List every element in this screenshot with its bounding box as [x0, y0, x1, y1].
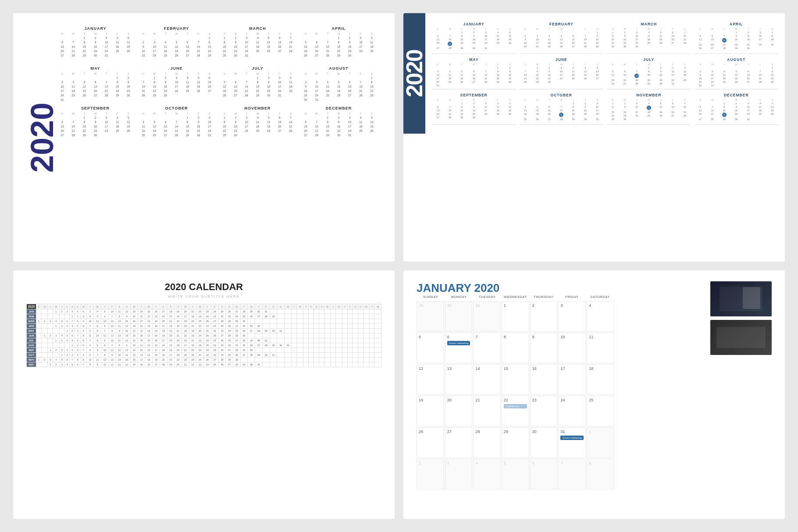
day-cell: 21 [754, 77, 766, 80]
day-header: T [322, 72, 333, 75]
day-cell: 23 [123, 89, 134, 93]
day-cell: 28 [285, 129, 296, 133]
day-cell: 17 [171, 85, 182, 89]
day-header: F [193, 32, 204, 35]
day-cell: 29 [270, 343, 277, 348]
day-cell: 24 [218, 353, 226, 358]
day-cell [363, 348, 369, 353]
slide4-photos [710, 281, 772, 355]
day-cell: 23 [742, 43, 754, 46]
day-header: F [274, 112, 285, 115]
day-cell: 29 [643, 82, 655, 85]
calendar-cell: 27 [445, 427, 473, 458]
day-cell: 25 [567, 77, 579, 80]
day-cell: 23 [204, 309, 211, 314]
day-label: WEDNESDAY [501, 295, 529, 299]
day-cell: 14 [160, 343, 167, 348]
day-cell: 28 [631, 82, 643, 85]
day-cell: 15 [153, 353, 160, 358]
day-cell [342, 333, 347, 338]
day-cell [36, 348, 42, 353]
day-cell: 6 [75, 362, 80, 367]
day-cell: 13 [145, 329, 153, 333]
day-cell [342, 309, 347, 314]
day-cell: 17 [667, 73, 679, 78]
day-cell: 13 [230, 85, 241, 89]
day-cell: 28 [444, 116, 456, 119]
day-cell: 6 [90, 80, 100, 84]
day-cell: 28 [240, 309, 248, 314]
day-cell [367, 53, 377, 57]
day-header: M [706, 63, 718, 66]
day-cell: 11 [94, 358, 101, 362]
day-cell: 30 [248, 362, 255, 367]
day-cell [520, 102, 531, 105]
day-cell: 25 [211, 348, 218, 353]
day-cell: 30 [193, 133, 204, 137]
day-cell: 26 [204, 319, 211, 324]
day-cell: 16 [193, 124, 204, 128]
day-cell [285, 338, 292, 343]
day-cell [543, 31, 555, 34]
day-cell [297, 362, 303, 367]
day-header: M [619, 98, 631, 102]
day-cell: 21 [285, 45, 296, 49]
day-cell: 20 [274, 124, 285, 128]
day-header: T [101, 112, 112, 115]
day-cell [356, 76, 366, 80]
day-cell: 10 [94, 333, 101, 338]
day-cell: 21 [444, 41, 456, 46]
cal-month-december: DECEMBERSMTWTFS1234567891011121314151617… [300, 106, 377, 142]
cal2-month-november: NOVEMBERSMTWTFS1234567891011121314151617… [607, 93, 691, 125]
day-cell: 29 [112, 93, 123, 97]
day-cell: 8 [456, 105, 468, 109]
day-cell [324, 358, 331, 362]
day-cell [363, 353, 369, 358]
day-header: T [160, 112, 171, 115]
day-cell: 28 [679, 114, 691, 117]
day-cell: 16 [160, 353, 167, 358]
day-cell: 18 [492, 38, 504, 41]
day-cell: 25 [68, 93, 78, 97]
day-cell: 28 [520, 80, 531, 84]
day-header: W [297, 304, 303, 309]
day-cell: 8 [607, 105, 619, 110]
day-cell: 17 [311, 89, 322, 93]
day-cell: 19 [333, 89, 344, 93]
day-header: S [75, 304, 80, 309]
day-cell: 12 [367, 120, 377, 124]
day-cell: 28 [444, 46, 456, 50]
day-cell: 5 [80, 353, 86, 358]
day-cell: 29 [766, 80, 778, 84]
day-cell [48, 314, 53, 319]
cal-month-april: APRILSMTWTFS1234567891011121314151617181… [300, 26, 377, 62]
day-cell: 24 [211, 309, 218, 314]
day-cell: 4 [70, 324, 75, 329]
day-cell: 14 [444, 38, 456, 41]
day-cell: 8 [101, 353, 109, 358]
day-cell [149, 36, 160, 40]
day-cell: 10 [241, 40, 252, 44]
day-cell: 20 [57, 49, 68, 53]
day-cell: 26 [456, 80, 468, 84]
day-cell [292, 353, 297, 358]
day-cell: 22 [367, 89, 377, 93]
day-cell: 16 [300, 89, 311, 93]
day-cell: 26 [226, 338, 233, 343]
day-cell: 11 [116, 324, 123, 329]
day-cell [369, 319, 374, 324]
day-cell: 19 [655, 38, 666, 41]
day-cell: 20 [160, 129, 171, 133]
day-header: T [264, 72, 274, 75]
day-cell: 16 [153, 309, 160, 314]
day-cell [297, 358, 303, 362]
cal2-month-title: FEBRUARY [520, 22, 604, 26]
day-cell: 20 [182, 49, 193, 53]
day-cell [356, 98, 366, 102]
day-cell: 24 [754, 43, 766, 46]
calendar-cell: 12 [417, 364, 444, 395]
day-cell: 23 [345, 49, 355, 53]
day-cell: 4 [64, 348, 70, 353]
day-cell: 15 [123, 358, 131, 362]
day-cell [480, 66, 492, 70]
